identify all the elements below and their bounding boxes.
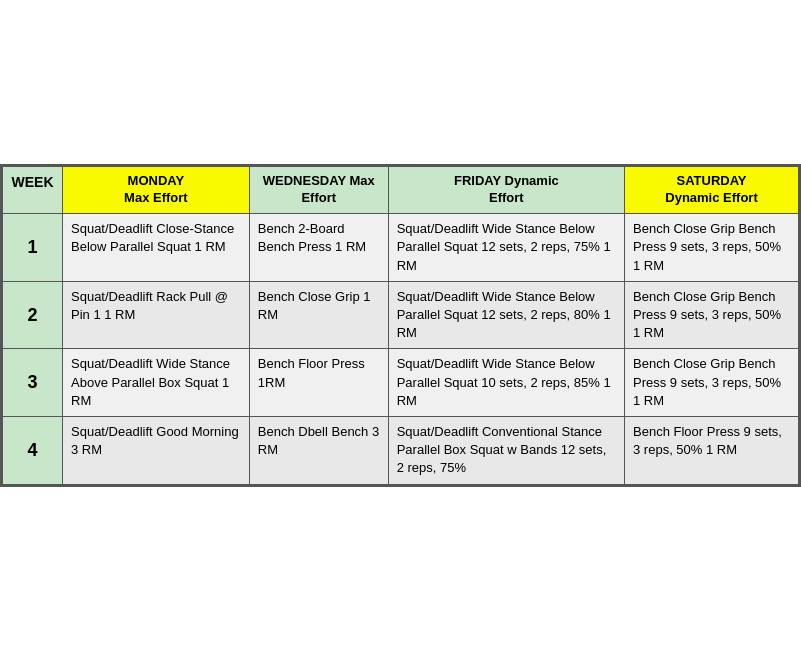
cell-week1-saturday: Bench Close Grip Bench Press 9 sets, 3 r… [625,214,799,282]
cell-week2-friday: Squat/Deadlift Wide Stance Below Paralle… [388,281,624,349]
cell-week3-saturday: Bench Close Grip Bench Press 9 sets, 3 r… [625,349,799,417]
cell-week1-wednesday: Bench 2-Board Bench Press 1 RM [249,214,388,282]
cell-week1-monday: Squat/Deadlift Close-Stance Below Parall… [63,214,250,282]
cell-week2-monday: Squat/Deadlift Rack Pull @ Pin 1 1 RM [63,281,250,349]
week-number-2: 2 [3,281,63,349]
cell-week2-saturday: Bench Close Grip Bench Press 9 sets, 3 r… [625,281,799,349]
header-monday: MONDAYMax Effort [63,167,250,214]
header-friday: FRIDAY DynamicEffort [388,167,624,214]
header-saturday: SATURDAYDynamic Effort [625,167,799,214]
header-week: WEEK [3,167,63,214]
cell-week1-friday: Squat/Deadlift Wide Stance Below Paralle… [388,214,624,282]
main-table-wrapper: WEEK MONDAYMax Effort WEDNESDAY MaxEffor… [0,164,801,486]
cell-week4-saturday: Bench Floor Press 9 sets, 3 reps, 50% 1 … [625,416,799,484]
cell-week4-wednesday: Bench Dbell Bench 3 RM [249,416,388,484]
workout-table: WEEK MONDAYMax Effort WEDNESDAY MaxEffor… [2,166,799,484]
cell-week2-wednesday: Bench Close Grip 1 RM [249,281,388,349]
cell-week4-monday: Squat/Deadlift Good Morning 3 RM [63,416,250,484]
cell-week3-friday: Squat/Deadlift Wide Stance Below Paralle… [388,349,624,417]
cell-week3-wednesday: Bench Floor Press 1RM [249,349,388,417]
week-number-3: 3 [3,349,63,417]
header-wednesday: WEDNESDAY MaxEffort [249,167,388,214]
cell-week3-monday: Squat/Deadlift Wide Stance Above Paralle… [63,349,250,417]
week-number-1: 1 [3,214,63,282]
cell-week4-friday: Squat/Deadlift Conventional Stance Paral… [388,416,624,484]
week-number-4: 4 [3,416,63,484]
